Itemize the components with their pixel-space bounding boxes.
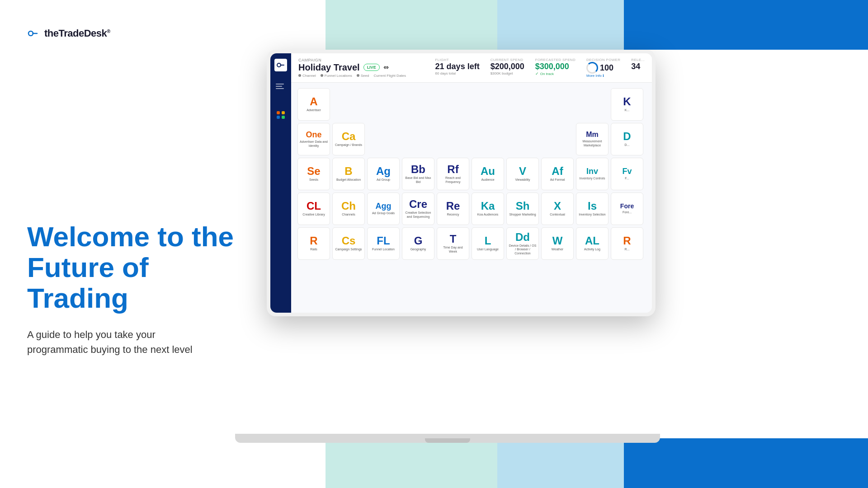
cell-activity-log[interactable]: AL Activity Log	[576, 227, 609, 260]
cell-name-cs: Campaign Settings	[335, 248, 362, 251]
channel-label: Channel	[302, 74, 316, 78]
campaign-meta: Channel Funnel Locations Seed Current Fl…	[298, 74, 406, 78]
decision-power-value: 100	[600, 63, 613, 73]
cell-ad-group[interactable]: Ag Ad Group	[367, 158, 400, 190]
bg-bottom-mint	[326, 438, 497, 488]
cell-recency[interactable]: Re Recency	[437, 192, 469, 225]
cell-empty-r1c8	[541, 88, 574, 121]
campaign-label: CAMPAIGN	[298, 58, 406, 62]
cell-name-b: Budget Allocation	[336, 178, 361, 182]
cell-device-details[interactable]: Dd Device Details / OS / Browser / Conne…	[506, 227, 539, 260]
cell-symbol-k: K	[623, 96, 631, 107]
cell-symbol-v: V	[519, 166, 526, 177]
cell-campaign-settings[interactable]: Cs Campaign Settings	[332, 227, 365, 260]
flight-value: 21 days left	[435, 62, 480, 71]
element-grid: A Advertiser K K...	[297, 88, 646, 260]
cell-user-language[interactable]: L User Language	[472, 227, 504, 260]
cell-fore[interactable]: Fore Fore...	[611, 192, 643, 225]
cell-base-bid[interactable]: Bb Base Bid and Max Bid	[402, 158, 434, 190]
cell-symbol-ka: Ka	[481, 201, 495, 211]
cell-d[interactable]: D D...	[611, 123, 643, 155]
cell-symbol-d: D	[623, 131, 631, 142]
cell-shopper-marketing[interactable]: Sh Shopper Marketing	[506, 192, 539, 225]
funnel-label: Funnel Locations	[325, 74, 352, 78]
flight-label: FLIGHT	[435, 58, 480, 62]
cell-fv[interactable]: Fv F...	[611, 158, 643, 190]
cell-symbol-fl: FL	[377, 235, 390, 246]
forecasted-spend-stat: FORECASTED SPEND $300,000 ✓ On track	[535, 58, 576, 76]
cell-reach-freq[interactable]: Rf Reach and Frequency	[437, 158, 469, 190]
cell-empty-r2c5	[437, 123, 469, 155]
cell-symbol-se: Se	[307, 166, 320, 177]
cell-symbol-cs: Cs	[342, 235, 356, 246]
more-info-link[interactable]: More Info ℹ	[586, 74, 620, 78]
cell-creative-selection[interactable]: Cre Creative Selection and Sequencing	[402, 192, 434, 225]
cell-symbol-ca: Ca	[342, 131, 356, 142]
cell-name-cl: Creative Library	[302, 213, 325, 216]
cell-viewability[interactable]: V Viewability	[506, 158, 539, 190]
cell-name-cre: Creative Selection and Sequencing	[404, 211, 432, 219]
cell-name-af: Ad Format	[550, 178, 565, 182]
laptop-area: CAMPAIGN Holiday Travel LIVE ⇔ Channel F…	[253, 36, 868, 443]
cell-geography[interactable]: G Geography	[402, 227, 434, 260]
cell-name-sh: Shopper Marketing	[509, 213, 536, 216]
laptop-screen: CAMPAIGN Holiday Travel LIVE ⇔ Channel F…	[270, 53, 652, 313]
cell-empty-r1c4	[402, 88, 434, 121]
cell-symbol-w: W	[552, 235, 563, 246]
cell-symbol-advertiser: A	[310, 96, 317, 107]
cell-empty-r1c9	[576, 88, 609, 121]
cell-symbol-mm: Mm	[586, 131, 599, 138]
cell-campaign-brands[interactable]: Ca Campaign / Brands	[332, 123, 365, 155]
cell-name-au: Audience	[481, 178, 494, 182]
logo-area: theTradeDesk®	[27, 27, 110, 40]
bg-bottom-lightblue	[497, 438, 624, 488]
cell-empty-r1c5	[437, 88, 469, 121]
flight-dates-label: Current Flight Dates	[373, 74, 406, 78]
cell-koa-audiences[interactable]: Ka Koa Audiences	[472, 192, 504, 225]
cell-budget[interactable]: B Budget Allocation	[332, 158, 365, 190]
cell-contextual[interactable]: X Contextual	[541, 192, 574, 225]
cell-inventory-controls[interactable]: Inv Inventory Controls	[576, 158, 609, 190]
sidebar-logo[interactable]	[274, 59, 287, 71]
swap-icon[interactable]: ⇔	[383, 64, 389, 71]
relevance-stat: RELE... 34	[631, 58, 645, 71]
sidebar-menu-icon[interactable]	[276, 82, 286, 90]
cell-name-t: Time Day and Week	[439, 246, 467, 253]
cell-symbol-r: R	[310, 235, 317, 246]
heading-line2: Future of Trading	[27, 252, 149, 314]
cell-symbol-x: X	[554, 201, 561, 211]
cell-rails[interactable]: R Rails	[297, 227, 330, 260]
logo-text: theTradeDesk®	[44, 28, 110, 39]
app-sidebar	[270, 53, 291, 313]
cell-funnel-location[interactable]: FL Funnel Location	[367, 227, 400, 260]
cell-channels[interactable]: Ch Channels	[332, 192, 365, 225]
cell-empty-r2c3	[367, 123, 400, 155]
cell-k[interactable]: K K...	[611, 88, 643, 121]
cell-symbol-cre: Cre	[409, 199, 427, 210]
cell-symbol-cl: CL	[307, 201, 321, 211]
cell-empty-r2c6	[472, 123, 504, 155]
main-content: CAMPAIGN Holiday Travel LIVE ⇔ Channel F…	[291, 53, 652, 313]
cell-time-day[interactable]: T Time Day and Week	[437, 227, 469, 260]
cell-inventory-selection[interactable]: Is Inventory Selection	[576, 192, 609, 225]
cell-audience[interactable]: Au Audience	[472, 158, 504, 190]
cell-seeds[interactable]: Se Seeds	[297, 158, 330, 190]
cell-symbol-r-last: R	[623, 235, 631, 246]
cell-creative-library[interactable]: CL Creative Library	[297, 192, 330, 225]
sidebar-grid-icon[interactable]	[277, 111, 285, 119]
cell-r-last[interactable]: R R...	[611, 227, 643, 260]
heading-line1: Welcome to the	[27, 221, 234, 252]
cell-ad-format[interactable]: Af Ad Format	[541, 158, 574, 190]
cell-name-r: Rails	[310, 248, 317, 251]
cell-advertiser[interactable]: A Advertiser	[297, 88, 330, 121]
cell-advertiser-data[interactable]: One Advertiser Data and Identity	[297, 123, 330, 155]
cell-symbol-sh: Sh	[516, 201, 530, 211]
cell-name-fl: Funnel Location	[372, 248, 395, 251]
cell-symbol-g: G	[414, 235, 423, 246]
current-spend-stat: CURRENT SPEND $200,000 $300K budget	[491, 58, 524, 75]
cell-measurement[interactable]: Mm Measurement Marketplace	[576, 123, 609, 155]
cell-ad-group-goals[interactable]: Agg Ad Group Goals	[367, 192, 400, 225]
cell-symbol-dd: Dd	[515, 232, 530, 243]
relevance-label: RELE...	[631, 58, 645, 62]
cell-weather[interactable]: W Weather	[541, 227, 574, 260]
